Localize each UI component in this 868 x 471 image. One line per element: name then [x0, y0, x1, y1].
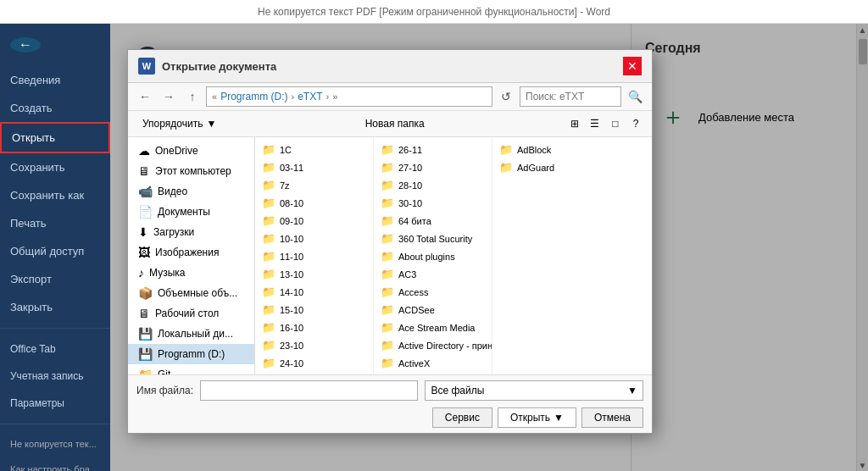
file-item-0311[interactable]: 📁03-11 — [255, 158, 373, 176]
folder-icon: 📁 — [262, 321, 275, 334]
sidebar-status1: Не копируется тек... — [0, 431, 110, 457]
back-button[interactable]: ← — [10, 37, 41, 53]
view-list-button[interactable]: ☰ — [586, 114, 604, 133]
sidebar-item-info[interactable]: Сведения — [0, 66, 110, 94]
organize-button[interactable]: Упорядочить ▼ — [135, 114, 224, 133]
nav-item-desktop[interactable]: 🖥 Рабочий стол — [128, 303, 254, 324]
help-icon: ? — [633, 118, 639, 130]
open-button[interactable]: Открыть ▼ — [498, 407, 576, 428]
file-item-2611[interactable]: 📁26-11 — [374, 141, 492, 158]
file-item-1c[interactable]: 📁1C — [255, 141, 373, 158]
file-item-activex[interactable]: 📁ActiveX — [374, 354, 492, 372]
sidebar-item-save[interactable]: Сохранить — [0, 153, 110, 181]
file-item-about[interactable]: 📁About plugins — [374, 247, 492, 265]
file-item-acdsee[interactable]: 📁ACDSee — [374, 301, 492, 319]
disk-nav-icon: 💾 — [138, 327, 153, 341]
nav-item-git[interactable]: 📁 Git... — [128, 364, 254, 374]
sidebar-bottom: Office Tab Учетная запись Параметры Не к… — [0, 321, 110, 471]
3d-nav-icon: 📦 — [138, 286, 153, 300]
filetype-select[interactable]: Все файлы ▼ — [425, 380, 643, 401]
sidebar-item-export[interactable]: Экспорт — [0, 265, 110, 293]
nav-item-onedrive[interactable]: ☁ OneDrive — [128, 141, 254, 161]
file-item-1110[interactable]: 📁11-10 — [255, 247, 373, 265]
sidebar-item-office-tab[interactable]: Office Tab — [0, 335, 110, 363]
nav-item-documents[interactable]: 📄 Документы — [128, 202, 254, 222]
file-item-1410[interactable]: 📁14-10 — [255, 283, 373, 301]
dialog-forward-button[interactable]: → — [159, 86, 179, 107]
service-button[interactable]: Сервис — [432, 407, 492, 428]
filename-label: Имя файла: — [136, 385, 193, 396]
view-help-button[interactable]: ? — [626, 114, 645, 133]
sidebar-item-options[interactable]: Параметры — [0, 390, 110, 417]
sidebar-item-save-as[interactable]: Сохранить как — [0, 181, 110, 209]
address-segment-etxt[interactable]: eTXT — [298, 91, 322, 103]
file-item-0910[interactable]: 📁09-10 — [255, 212, 373, 230]
search-input[interactable] — [520, 86, 621, 107]
view-grid-button[interactable]: ⊞ — [565, 114, 584, 133]
computer-nav-icon: 🖥 — [138, 164, 150, 178]
file-item-360[interactable]: 📁360 Total Sucurity — [374, 230, 492, 247]
file-item-1310[interactable]: 📁13-10 — [255, 265, 373, 283]
file-column-3: 📁AdBlock 📁AdGuard Все файлы Все документ… — [492, 137, 652, 374]
folder-icon: 📁 — [262, 303, 275, 316]
sidebar-item-share[interactable]: Общий доступ — [0, 237, 110, 265]
file-item-adblock[interactable]: 📁AdBlock — [492, 141, 652, 158]
file-item-3010[interactable]: 📁30-10 — [374, 194, 492, 212]
sidebar-status2: Как настроить бра... — [0, 457, 110, 471]
nav-tree: ☁ OneDrive 🖥 Этот компьютер 📹 Видео — [128, 137, 255, 374]
view-buttons: ⊞ ☰ □ ? — [565, 114, 645, 133]
nav-item-computer[interactable]: 🖥 Этот компьютер — [128, 161, 254, 181]
address-segment-programm[interactable]: Programm (D:) — [220, 91, 287, 103]
dialog-refresh-button[interactable]: ↺ — [496, 86, 516, 107]
file-item-ac3[interactable]: 📁AC3 — [374, 265, 492, 283]
nav-item-images[interactable]: 🖼 Изображения — [128, 242, 254, 263]
folder-icon: 📁 — [262, 161, 275, 174]
file-item-ace-stream[interactable]: 📁Ace Stream Media — [374, 319, 492, 336]
file-item-access[interactable]: 📁Access — [374, 283, 492, 301]
view-preview-button[interactable]: □ — [606, 114, 625, 133]
filename-row: Имя файла: Все файлы ▼ — [136, 380, 643, 401]
sidebar-item-print[interactable]: Печать — [0, 209, 110, 237]
sidebar-item-create[interactable]: Создать — [0, 94, 110, 122]
file-item-2310[interactable]: 📁23-10 — [255, 336, 373, 354]
dialog-toolbar2: Упорядочить ▼ Новая папка ⊞ ☰ — [128, 111, 652, 137]
nav-item-programm[interactable]: 💾 Programm (D:) — [128, 344, 254, 364]
dialog-close-button[interactable]: ✕ — [623, 57, 642, 75]
nav-item-3d[interactable]: 📦 Объемные объ... — [128, 283, 254, 303]
title-text: Не копируется текст PDF [Режим ограничен… — [258, 6, 610, 18]
file-item-7z[interactable]: 📁7z — [255, 176, 373, 194]
folder-icon: 📁 — [381, 197, 394, 209]
file-item-2710[interactable]: 📁27-10 — [374, 158, 492, 176]
folder-icon: 📁 — [381, 161, 394, 174]
new-folder-button[interactable]: Новая папка — [356, 114, 434, 133]
file-item-1510[interactable]: 📁15-10 — [255, 301, 373, 319]
search-button[interactable]: 🔍 — [625, 86, 645, 107]
nav-item-music[interactable]: ♪ Музыка — [128, 263, 254, 283]
sidebar-item-account[interactable]: Учетная запись — [0, 363, 110, 390]
address-bar[interactable]: « Programm (D:) › eTXT › » — [206, 86, 492, 107]
file-item-adguard[interactable]: 📁AdGuard — [492, 158, 652, 176]
programm-nav-icon: 💾 — [138, 347, 153, 361]
nav-item-local-disk[interactable]: 💾 Локальный ди... — [128, 324, 254, 344]
desktop-nav-icon: 🖥 — [138, 307, 150, 320]
sidebar-item-open[interactable]: Открыть — [0, 122, 110, 153]
cancel-button[interactable]: Отмена — [581, 407, 643, 428]
sidebar-item-close[interactable]: Закрыть — [0, 293, 110, 321]
file-item-2410[interactable]: 📁24-10 — [255, 354, 373, 372]
file-item-0810[interactable]: 📁08-10 — [255, 194, 373, 212]
filename-input[interactable] — [200, 380, 419, 401]
dialog-up-button[interactable]: ↑ — [182, 86, 203, 107]
sidebar-divider2 — [0, 424, 110, 424]
file-item-64bit[interactable]: 📁64 бита — [374, 212, 492, 230]
organize-dropdown-icon: ▼ — [206, 118, 216, 130]
file-item-1010[interactable]: 📁10-10 — [255, 230, 373, 247]
file-item-1610[interactable]: 📁16-10 — [255, 319, 373, 336]
dialog-back-button[interactable]: ← — [135, 86, 155, 107]
nav-item-downloads[interactable]: ⬇ Загрузки — [128, 222, 254, 242]
folder-icon: 📁 — [381, 232, 394, 245]
file-item-active-directory[interactable]: 📁Active Directory - принтер... — [374, 336, 492, 354]
open-dropdown-icon: ▼ — [554, 412, 564, 424]
file-item-2810[interactable]: 📁28-10 — [374, 176, 492, 194]
folder-icon: 📁 — [381, 250, 394, 263]
nav-item-video[interactable]: 📹 Видео — [128, 181, 254, 202]
